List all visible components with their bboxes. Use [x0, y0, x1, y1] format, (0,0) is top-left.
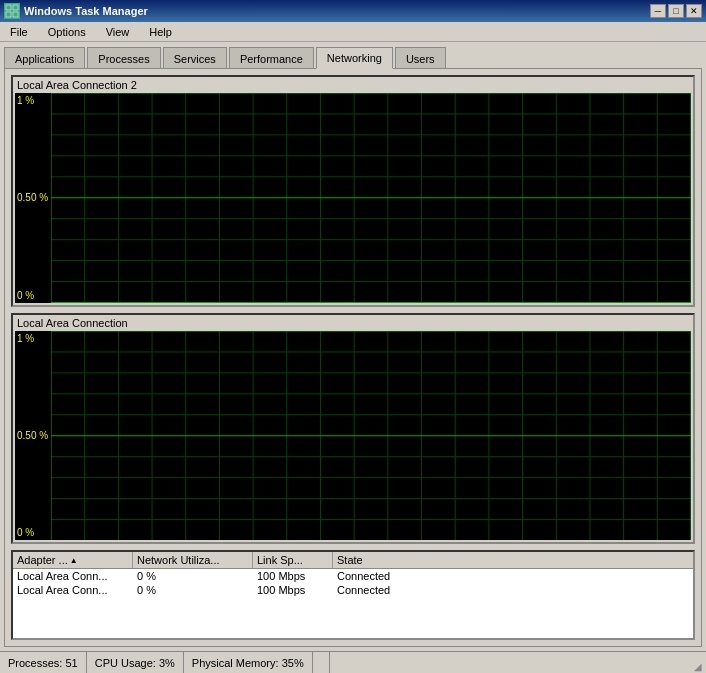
table-body: Local Area Conn... 0 % 100 Mbps Connecte… [13, 569, 693, 638]
resize-grip[interactable]: ◢ [694, 661, 706, 673]
menu-help[interactable]: Help [143, 24, 178, 40]
tab-performance[interactable]: Performance [229, 47, 314, 69]
tab-processes[interactable]: Processes [87, 47, 160, 69]
graph-grid-2 [51, 331, 691, 541]
graph-label-bot-2: 0 % [17, 527, 49, 538]
cell-linksp-2: 100 Mbps [253, 583, 333, 597]
menu-options[interactable]: Options [42, 24, 92, 40]
tab-networking[interactable]: Networking [316, 47, 393, 69]
table-header: Adapter ... ▲ Network Utiliza... Link Sp… [13, 552, 693, 569]
menu-file[interactable]: File [4, 24, 34, 40]
graph-label-mid-1: 0.50 % [17, 192, 49, 203]
graph-area-1: 1 % 0.50 % 0 % [15, 93, 691, 303]
graph-label-bot-1: 0 % [17, 290, 49, 301]
graph-grid-1 [51, 93, 691, 303]
graph-label-top-2: 1 % [17, 333, 49, 344]
title-bar: Windows Task Manager ─ □ ✕ [0, 0, 706, 22]
maximize-button[interactable]: □ [668, 4, 684, 18]
minimize-button[interactable]: ─ [650, 4, 666, 18]
graph-label-top-1: 1 % [17, 95, 49, 106]
title-buttons: ─ □ ✕ [650, 4, 702, 18]
main-panel: Local Area Connection 2 1 % 0.50 % 0 % [4, 68, 702, 647]
graph-canvas-2 [51, 331, 691, 541]
window-content: Applications Processes Services Performa… [0, 42, 706, 651]
graph-label-mid-2: 0.50 % [17, 430, 49, 441]
close-button[interactable]: ✕ [686, 4, 702, 18]
cell-netutil-2: 0 % [133, 583, 253, 597]
sort-arrow-adapter: ▲ [70, 556, 78, 565]
graph-title-1: Local Area Connection 2 [13, 77, 693, 93]
graph-canvas-1 [51, 93, 691, 303]
table-row[interactable]: Local Area Conn... 0 % 100 Mbps Connecte… [13, 569, 693, 583]
tab-bar: Applications Processes Services Performa… [4, 46, 702, 68]
cell-state-2: Connected [333, 583, 693, 597]
table-row[interactable]: Local Area Conn... 0 % 100 Mbps Connecte… [13, 583, 693, 597]
col-header-netutil[interactable]: Network Utiliza... [133, 552, 253, 568]
graph-area-2: 1 % 0.50 % 0 % [15, 331, 691, 541]
status-memory: Physical Memory: 35% [184, 652, 313, 673]
col-header-adapter[interactable]: Adapter ... ▲ [13, 552, 133, 568]
network-table: Adapter ... ▲ Network Utiliza... Link Sp… [11, 550, 695, 640]
tab-users[interactable]: Users [395, 47, 446, 69]
status-processes: Processes: 51 [0, 652, 87, 673]
graph-labels-1: 1 % 0.50 % 0 % [15, 93, 51, 303]
tab-applications[interactable]: Applications [4, 47, 85, 69]
cell-netutil-1: 0 % [133, 569, 253, 583]
svg-rect-2 [6, 12, 11, 17]
cell-adapter-1: Local Area Conn... [13, 569, 133, 583]
tab-services[interactable]: Services [163, 47, 227, 69]
graph-title-2: Local Area Connection [13, 315, 693, 331]
status-empty [313, 652, 330, 673]
cell-linksp-1: 100 Mbps [253, 569, 333, 583]
window-title: Windows Task Manager [24, 5, 148, 17]
menu-bar: File Options View Help [0, 22, 706, 42]
svg-rect-1 [13, 5, 18, 10]
menu-view[interactable]: View [100, 24, 136, 40]
app-icon [4, 3, 20, 19]
col-header-state[interactable]: State [333, 552, 693, 568]
col-header-linksp[interactable]: Link Sp... [253, 552, 333, 568]
graph-box-1: Local Area Connection 2 1 % 0.50 % 0 % [11, 75, 695, 307]
graph-labels-2: 1 % 0.50 % 0 % [15, 331, 51, 541]
status-cpu: CPU Usage: 3% [87, 652, 184, 673]
svg-rect-3 [13, 12, 18, 17]
svg-rect-0 [6, 5, 11, 10]
status-bar: Processes: 51 CPU Usage: 3% Physical Mem… [0, 651, 706, 673]
graph-box-2: Local Area Connection 1 % 0.50 % 0 % [11, 313, 695, 545]
cell-adapter-2: Local Area Conn... [13, 583, 133, 597]
cell-state-1: Connected [333, 569, 693, 583]
